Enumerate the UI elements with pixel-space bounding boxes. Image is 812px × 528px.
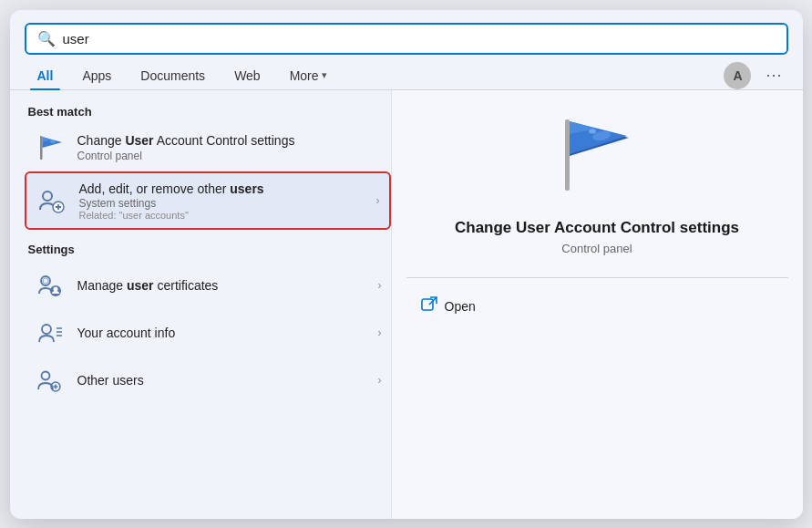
settings-label: Settings — [25, 243, 391, 256]
settings-item-certificates[interactable]: Manage user certificates › — [25, 262, 391, 309]
search-input[interactable] — [63, 31, 776, 47]
flag-icon — [34, 131, 67, 164]
chevron-right-icon-other-users: › — [378, 374, 382, 387]
search-icon: 🔍 — [37, 30, 56, 47]
settings-item-account-title: Your account info — [77, 325, 367, 341]
settings-item-other-users-title: Other users — [77, 372, 367, 388]
settings-item-cert-text: Manage user certificates — [77, 277, 367, 294]
svg-point-12 — [42, 325, 51, 334]
more-options-button[interactable]: ··· — [760, 64, 787, 87]
svg-point-11 — [53, 286, 57, 291]
settings-item-other-users[interactable]: Other users › — [25, 357, 391, 404]
selected-result-item[interactable]: Add, edit, or remove other users System … — [25, 171, 391, 230]
open-label: Open — [445, 299, 476, 314]
tab-apps[interactable]: Apps — [69, 63, 124, 88]
chevron-right-icon-cert: › — [378, 279, 382, 292]
tab-all[interactable]: All — [25, 63, 67, 88]
cert-icon — [34, 269, 67, 302]
tab-more[interactable]: More ▾ — [277, 63, 340, 88]
chevron-right-icon-account: › — [378, 326, 382, 339]
svg-point-9 — [43, 278, 48, 284]
tabs-left: All Apps Documents Web More ▾ — [25, 63, 340, 88]
main-content: Best match Change User Account Cont — [10, 90, 803, 519]
left-panel: Best match Change User Account Cont — [10, 90, 391, 519]
preview-title: Change User Account Control settings — [455, 218, 739, 238]
tabs-row: All Apps Documents Web More ▾ A ··· — [10, 55, 803, 89]
best-match-item[interactable]: Change User Account Control settings Con… — [25, 124, 391, 171]
right-panel: Change User Account Control settings Con… — [391, 90, 803, 519]
user-avatar[interactable]: A — [724, 62, 751, 89]
selected-result-text: Add, edit, or remove other users System … — [79, 181, 365, 221]
best-match-label: Best match — [25, 105, 391, 119]
preview-sub: Control panel — [561, 242, 632, 255]
settings-item-cert-title: Manage user certificates — [77, 277, 367, 294]
svg-rect-26 — [422, 299, 433, 310]
search-window: 🔍 All Apps Documents Web More ▾ A ··· Be… — [10, 10, 803, 519]
other-users-icon — [34, 364, 67, 397]
selected-result-related: Related: "user accounts" — [79, 210, 365, 221]
selected-result-sub: System settings — [79, 197, 365, 210]
settings-item-other-users-text: Other users — [77, 372, 367, 388]
svg-point-4 — [43, 192, 52, 201]
open-icon — [421, 296, 437, 316]
tab-web[interactable]: Web — [221, 63, 273, 88]
open-action[interactable]: Open — [414, 293, 483, 320]
chevron-down-icon: ▾ — [322, 69, 327, 81]
best-match-title: Change User Account Control settings — [77, 132, 382, 149]
chevron-right-icon: › — [376, 194, 380, 207]
selected-result-title: Add, edit, or remove other users — [79, 181, 365, 197]
account-icon — [34, 316, 67, 349]
users-icon — [36, 184, 68, 217]
tabs-right: A ··· — [724, 62, 787, 89]
settings-section: Settings — [25, 243, 391, 404]
best-match-sub: Control panel — [77, 150, 382, 162]
settings-item-account-text: Your account info — [77, 325, 367, 341]
search-bar-row: 🔍 — [10, 10, 803, 55]
preview-divider — [406, 277, 788, 278]
svg-point-3 — [50, 140, 56, 143]
best-match-text: Change User Account Control settings Con… — [77, 132, 382, 161]
preview-icon — [542, 112, 652, 203]
settings-item-account[interactable]: Your account info › — [25, 309, 391, 357]
svg-rect-0 — [40, 136, 43, 160]
tab-documents[interactable]: Documents — [128, 63, 218, 88]
svg-rect-20 — [565, 119, 570, 191]
svg-point-16 — [41, 371, 49, 379]
search-bar: 🔍 — [25, 23, 788, 55]
